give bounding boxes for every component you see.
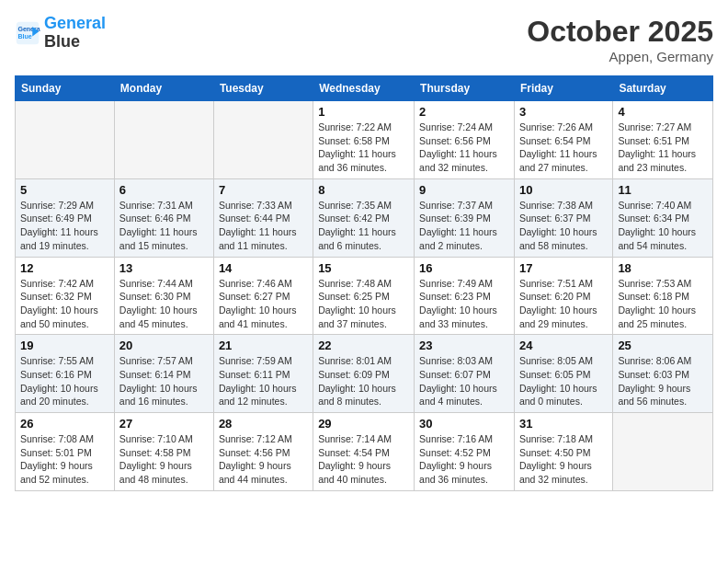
calendar-cell: 27Sunrise: 7:10 AM Sunset: 4:58 PM Dayli…: [114, 413, 213, 491]
calendar-week-1: 1Sunrise: 7:22 AM Sunset: 6:58 PM Daylig…: [16, 101, 713, 179]
calendar-cell: 14Sunrise: 7:46 AM Sunset: 6:27 PM Dayli…: [213, 257, 313, 335]
calendar-cell: 2Sunrise: 7:24 AM Sunset: 6:56 PM Daylig…: [415, 101, 515, 179]
column-header-monday: Monday: [114, 76, 213, 101]
day-number: 12: [20, 261, 109, 275]
day-number: 18: [618, 261, 708, 275]
day-info: Sunrise: 7:53 AM Sunset: 6:18 PM Dayligh…: [618, 277, 708, 331]
page-header: General Blue GeneralBlue October 2025 Ap…: [15, 15, 713, 64]
calendar-cell: 11Sunrise: 7:40 AM Sunset: 6:34 PM Dayli…: [613, 178, 713, 257]
calendar-cell: 31Sunrise: 7:18 AM Sunset: 4:50 PM Dayli…: [514, 413, 612, 491]
logo-name: GeneralBlue: [44, 15, 106, 52]
column-header-thursday: Thursday: [415, 76, 515, 101]
day-number: 10: [519, 183, 608, 197]
calendar-cell: 17Sunrise: 7:51 AM Sunset: 6:20 PM Dayli…: [514, 257, 612, 335]
column-header-wednesday: Wednesday: [313, 76, 415, 101]
calendar-cell: 24Sunrise: 8:05 AM Sunset: 6:05 PM Dayli…: [514, 335, 612, 413]
day-number: 11: [618, 183, 708, 197]
day-info: Sunrise: 7:22 AM Sunset: 6:58 PM Dayligh…: [318, 121, 409, 175]
calendar-cell: 15Sunrise: 7:48 AM Sunset: 6:25 PM Dayli…: [313, 257, 415, 335]
day-number: 1: [318, 105, 409, 119]
day-info: Sunrise: 7:51 AM Sunset: 6:20 PM Dayligh…: [519, 277, 608, 331]
day-info: Sunrise: 7:38 AM Sunset: 6:37 PM Dayligh…: [519, 199, 608, 253]
calendar-cell: 12Sunrise: 7:42 AM Sunset: 6:32 PM Dayli…: [16, 257, 115, 335]
calendar-subtitle: Appen, Germany: [527, 49, 713, 64]
calendar-cell: 8Sunrise: 7:35 AM Sunset: 6:42 PM Daylig…: [313, 178, 415, 257]
day-number: 22: [318, 339, 409, 352]
calendar-cell: 18Sunrise: 7:53 AM Sunset: 6:18 PM Dayli…: [613, 257, 713, 335]
day-number: 9: [419, 183, 509, 197]
title-block: October 2025 Appen, Germany: [527, 15, 713, 64]
calendar-week-2: 5Sunrise: 7:29 AM Sunset: 6:49 PM Daylig…: [16, 178, 713, 257]
day-number: 3: [519, 105, 608, 119]
calendar-cell: 3Sunrise: 7:26 AM Sunset: 6:54 PM Daylig…: [514, 101, 612, 179]
day-number: 6: [119, 183, 209, 197]
day-info: Sunrise: 8:01 AM Sunset: 6:09 PM Dayligh…: [318, 354, 409, 408]
day-info: Sunrise: 7:42 AM Sunset: 6:32 PM Dayligh…: [20, 277, 109, 331]
day-number: 7: [219, 183, 308, 197]
calendar-cell: 26Sunrise: 7:08 AM Sunset: 5:01 PM Dayli…: [16, 413, 115, 491]
calendar-week-3: 12Sunrise: 7:42 AM Sunset: 6:32 PM Dayli…: [16, 257, 713, 335]
day-info: Sunrise: 7:16 AM Sunset: 4:52 PM Dayligh…: [419, 432, 509, 487]
calendar-cell: 23Sunrise: 8:03 AM Sunset: 6:07 PM Dayli…: [415, 335, 515, 413]
day-number: 5: [20, 183, 109, 197]
day-number: 17: [519, 261, 608, 275]
day-info: Sunrise: 7:08 AM Sunset: 5:01 PM Dayligh…: [20, 432, 109, 487]
day-info: Sunrise: 8:03 AM Sunset: 6:07 PM Dayligh…: [419, 354, 509, 408]
day-number: 31: [519, 417, 608, 431]
column-header-sunday: Sunday: [16, 76, 115, 101]
calendar-cell: 5Sunrise: 7:29 AM Sunset: 6:49 PM Daylig…: [16, 178, 115, 257]
day-info: Sunrise: 7:49 AM Sunset: 6:23 PM Dayligh…: [419, 277, 509, 331]
calendar-cell: [213, 101, 313, 179]
calendar-cell: 28Sunrise: 7:12 AM Sunset: 4:56 PM Dayli…: [213, 413, 313, 491]
day-info: Sunrise: 7:24 AM Sunset: 6:56 PM Dayligh…: [419, 121, 509, 175]
calendar-cell: 16Sunrise: 7:49 AM Sunset: 6:23 PM Dayli…: [415, 257, 515, 335]
calendar-cell: 7Sunrise: 7:33 AM Sunset: 6:44 PM Daylig…: [213, 178, 313, 257]
calendar-cell: 1Sunrise: 7:22 AM Sunset: 6:58 PM Daylig…: [313, 101, 415, 179]
calendar-cell: 25Sunrise: 8:06 AM Sunset: 6:03 PM Dayli…: [613, 335, 713, 413]
column-header-tuesday: Tuesday: [213, 76, 313, 101]
day-number: 14: [219, 261, 308, 275]
day-info: Sunrise: 7:31 AM Sunset: 6:46 PM Dayligh…: [119, 199, 209, 253]
day-info: Sunrise: 7:46 AM Sunset: 6:27 PM Dayligh…: [219, 277, 308, 331]
calendar-cell: 22Sunrise: 8:01 AM Sunset: 6:09 PM Dayli…: [313, 335, 415, 413]
day-number: 2: [419, 105, 509, 119]
calendar-cell: 21Sunrise: 7:59 AM Sunset: 6:11 PM Dayli…: [213, 335, 313, 413]
day-info: Sunrise: 7:29 AM Sunset: 6:49 PM Dayligh…: [20, 199, 109, 253]
day-info: Sunrise: 7:55 AM Sunset: 6:16 PM Dayligh…: [20, 354, 109, 408]
calendar-cell: [613, 413, 713, 491]
svg-text:Blue: Blue: [18, 33, 32, 40]
calendar-header-row: SundayMondayTuesdayWednesdayThursdayFrid…: [16, 76, 713, 101]
calendar-table: SundayMondayTuesdayWednesdayThursdayFrid…: [15, 75, 713, 491]
day-number: 29: [318, 417, 409, 431]
day-info: Sunrise: 7:14 AM Sunset: 4:54 PM Dayligh…: [318, 432, 409, 487]
day-number: 21: [219, 339, 308, 352]
calendar-cell: 30Sunrise: 7:16 AM Sunset: 4:52 PM Dayli…: [415, 413, 515, 491]
day-info: Sunrise: 8:05 AM Sunset: 6:05 PM Dayligh…: [519, 354, 608, 408]
calendar-cell: [114, 101, 213, 179]
calendar-week-4: 19Sunrise: 7:55 AM Sunset: 6:16 PM Dayli…: [16, 335, 713, 413]
day-info: Sunrise: 7:35 AM Sunset: 6:42 PM Dayligh…: [318, 199, 409, 253]
calendar-cell: 10Sunrise: 7:38 AM Sunset: 6:37 PM Dayli…: [514, 178, 612, 257]
calendar-title: October 2025: [527, 15, 713, 49]
calendar-cell: 29Sunrise: 7:14 AM Sunset: 4:54 PM Dayli…: [313, 413, 415, 491]
day-number: 24: [519, 339, 608, 352]
day-info: Sunrise: 7:27 AM Sunset: 6:51 PM Dayligh…: [618, 121, 708, 175]
day-number: 25: [618, 339, 708, 352]
day-info: Sunrise: 7:59 AM Sunset: 6:11 PM Dayligh…: [219, 354, 308, 408]
calendar-cell: 19Sunrise: 7:55 AM Sunset: 6:16 PM Dayli…: [16, 335, 115, 413]
calendar-cell: 9Sunrise: 7:37 AM Sunset: 6:39 PM Daylig…: [415, 178, 515, 257]
day-info: Sunrise: 7:44 AM Sunset: 6:30 PM Dayligh…: [119, 277, 209, 331]
day-number: 27: [119, 417, 209, 431]
day-number: 26: [20, 417, 109, 431]
day-info: Sunrise: 8:06 AM Sunset: 6:03 PM Dayligh…: [618, 354, 708, 408]
calendar-cell: 4Sunrise: 7:27 AM Sunset: 6:51 PM Daylig…: [613, 101, 713, 179]
column-header-friday: Friday: [514, 76, 612, 101]
logo: General Blue GeneralBlue: [15, 15, 106, 52]
calendar-cell: [16, 101, 115, 179]
day-info: Sunrise: 7:12 AM Sunset: 4:56 PM Dayligh…: [219, 432, 308, 487]
calendar-cell: 13Sunrise: 7:44 AM Sunset: 6:30 PM Dayli…: [114, 257, 213, 335]
day-info: Sunrise: 7:18 AM Sunset: 4:50 PM Dayligh…: [519, 432, 608, 487]
day-number: 8: [318, 183, 409, 197]
day-number: 19: [20, 339, 109, 352]
calendar-cell: 6Sunrise: 7:31 AM Sunset: 6:46 PM Daylig…: [114, 178, 213, 257]
